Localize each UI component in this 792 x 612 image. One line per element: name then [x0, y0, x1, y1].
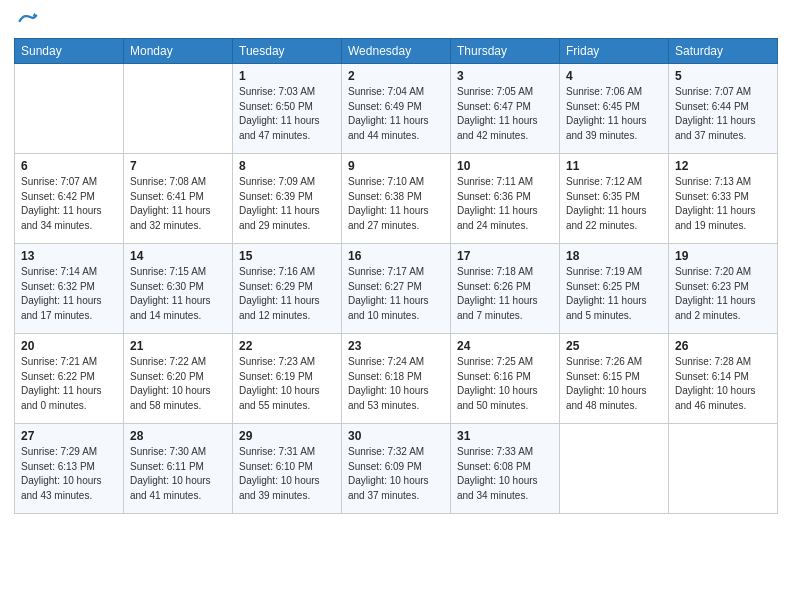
calendar-cell: 9Sunrise: 7:10 AMSunset: 6:38 PMDaylight… [342, 154, 451, 244]
calendar-week-row: 1Sunrise: 7:03 AMSunset: 6:50 PMDaylight… [15, 64, 778, 154]
day-number: 14 [130, 249, 226, 263]
day-info: Sunrise: 7:31 AMSunset: 6:10 PMDaylight:… [239, 445, 335, 503]
calendar-cell: 13Sunrise: 7:14 AMSunset: 6:32 PMDayligh… [15, 244, 124, 334]
calendar-cell: 26Sunrise: 7:28 AMSunset: 6:14 PMDayligh… [669, 334, 778, 424]
day-number: 28 [130, 429, 226, 443]
day-info: Sunrise: 7:25 AMSunset: 6:16 PMDaylight:… [457, 355, 553, 413]
day-info: Sunrise: 7:16 AMSunset: 6:29 PMDaylight:… [239, 265, 335, 323]
calendar-cell: 20Sunrise: 7:21 AMSunset: 6:22 PMDayligh… [15, 334, 124, 424]
day-info: Sunrise: 7:33 AMSunset: 6:08 PMDaylight:… [457, 445, 553, 503]
calendar-table: SundayMondayTuesdayWednesdayThursdayFrid… [14, 38, 778, 514]
calendar-cell [669, 424, 778, 514]
day-number: 27 [21, 429, 117, 443]
day-header-tuesday: Tuesday [233, 39, 342, 64]
calendar-cell: 1Sunrise: 7:03 AMSunset: 6:50 PMDaylight… [233, 64, 342, 154]
calendar-cell: 31Sunrise: 7:33 AMSunset: 6:08 PMDayligh… [451, 424, 560, 514]
day-number: 30 [348, 429, 444, 443]
day-number: 3 [457, 69, 553, 83]
day-info: Sunrise: 7:21 AMSunset: 6:22 PMDaylight:… [21, 355, 117, 413]
day-info: Sunrise: 7:28 AMSunset: 6:14 PMDaylight:… [675, 355, 771, 413]
day-number: 13 [21, 249, 117, 263]
day-info: Sunrise: 7:08 AMSunset: 6:41 PMDaylight:… [130, 175, 226, 233]
day-info: Sunrise: 7:20 AMSunset: 6:23 PMDaylight:… [675, 265, 771, 323]
day-number: 7 [130, 159, 226, 173]
calendar-cell: 11Sunrise: 7:12 AMSunset: 6:35 PMDayligh… [560, 154, 669, 244]
day-number: 29 [239, 429, 335, 443]
day-info: Sunrise: 7:13 AMSunset: 6:33 PMDaylight:… [675, 175, 771, 233]
calendar-cell: 15Sunrise: 7:16 AMSunset: 6:29 PMDayligh… [233, 244, 342, 334]
calendar-cell: 2Sunrise: 7:04 AMSunset: 6:49 PMDaylight… [342, 64, 451, 154]
day-number: 15 [239, 249, 335, 263]
calendar-cell: 18Sunrise: 7:19 AMSunset: 6:25 PMDayligh… [560, 244, 669, 334]
calendar-cell [124, 64, 233, 154]
calendar-cell: 8Sunrise: 7:09 AMSunset: 6:39 PMDaylight… [233, 154, 342, 244]
calendar-cell: 21Sunrise: 7:22 AMSunset: 6:20 PMDayligh… [124, 334, 233, 424]
calendar-cell: 16Sunrise: 7:17 AMSunset: 6:27 PMDayligh… [342, 244, 451, 334]
day-info: Sunrise: 7:17 AMSunset: 6:27 PMDaylight:… [348, 265, 444, 323]
day-number: 18 [566, 249, 662, 263]
day-number: 2 [348, 69, 444, 83]
day-number: 12 [675, 159, 771, 173]
day-number: 26 [675, 339, 771, 353]
day-info: Sunrise: 7:07 AMSunset: 6:44 PMDaylight:… [675, 85, 771, 143]
logo-text [14, 10, 38, 32]
calendar-cell: 23Sunrise: 7:24 AMSunset: 6:18 PMDayligh… [342, 334, 451, 424]
calendar-cell: 6Sunrise: 7:07 AMSunset: 6:42 PMDaylight… [15, 154, 124, 244]
day-info: Sunrise: 7:24 AMSunset: 6:18 PMDaylight:… [348, 355, 444, 413]
day-info: Sunrise: 7:12 AMSunset: 6:35 PMDaylight:… [566, 175, 662, 233]
day-info: Sunrise: 7:19 AMSunset: 6:25 PMDaylight:… [566, 265, 662, 323]
calendar-cell: 14Sunrise: 7:15 AMSunset: 6:30 PMDayligh… [124, 244, 233, 334]
day-number: 5 [675, 69, 771, 83]
day-header-thursday: Thursday [451, 39, 560, 64]
day-info: Sunrise: 7:03 AMSunset: 6:50 PMDaylight:… [239, 85, 335, 143]
day-info: Sunrise: 7:04 AMSunset: 6:49 PMDaylight:… [348, 85, 444, 143]
day-header-friday: Friday [560, 39, 669, 64]
day-info: Sunrise: 7:11 AMSunset: 6:36 PMDaylight:… [457, 175, 553, 233]
day-number: 4 [566, 69, 662, 83]
calendar-cell: 24Sunrise: 7:25 AMSunset: 6:16 PMDayligh… [451, 334, 560, 424]
day-info: Sunrise: 7:18 AMSunset: 6:26 PMDaylight:… [457, 265, 553, 323]
day-info: Sunrise: 7:32 AMSunset: 6:09 PMDaylight:… [348, 445, 444, 503]
day-number: 22 [239, 339, 335, 353]
day-info: Sunrise: 7:05 AMSunset: 6:47 PMDaylight:… [457, 85, 553, 143]
day-number: 11 [566, 159, 662, 173]
calendar-cell: 4Sunrise: 7:06 AMSunset: 6:45 PMDaylight… [560, 64, 669, 154]
calendar-cell: 30Sunrise: 7:32 AMSunset: 6:09 PMDayligh… [342, 424, 451, 514]
calendar-cell: 27Sunrise: 7:29 AMSunset: 6:13 PMDayligh… [15, 424, 124, 514]
day-number: 8 [239, 159, 335, 173]
day-info: Sunrise: 7:06 AMSunset: 6:45 PMDaylight:… [566, 85, 662, 143]
day-number: 24 [457, 339, 553, 353]
calendar-header-row: SundayMondayTuesdayWednesdayThursdayFrid… [15, 39, 778, 64]
day-header-sunday: Sunday [15, 39, 124, 64]
calendar-cell: 19Sunrise: 7:20 AMSunset: 6:23 PMDayligh… [669, 244, 778, 334]
calendar-cell: 28Sunrise: 7:30 AMSunset: 6:11 PMDayligh… [124, 424, 233, 514]
day-info: Sunrise: 7:15 AMSunset: 6:30 PMDaylight:… [130, 265, 226, 323]
calendar-cell: 7Sunrise: 7:08 AMSunset: 6:41 PMDaylight… [124, 154, 233, 244]
day-info: Sunrise: 7:22 AMSunset: 6:20 PMDaylight:… [130, 355, 226, 413]
calendar-cell: 22Sunrise: 7:23 AMSunset: 6:19 PMDayligh… [233, 334, 342, 424]
calendar-week-row: 20Sunrise: 7:21 AMSunset: 6:22 PMDayligh… [15, 334, 778, 424]
day-info: Sunrise: 7:23 AMSunset: 6:19 PMDaylight:… [239, 355, 335, 413]
day-info: Sunrise: 7:10 AMSunset: 6:38 PMDaylight:… [348, 175, 444, 233]
logo-icon [16, 10, 38, 32]
day-number: 31 [457, 429, 553, 443]
day-number: 25 [566, 339, 662, 353]
day-number: 19 [675, 249, 771, 263]
calendar-cell: 29Sunrise: 7:31 AMSunset: 6:10 PMDayligh… [233, 424, 342, 514]
day-number: 1 [239, 69, 335, 83]
day-number: 20 [21, 339, 117, 353]
day-number: 16 [348, 249, 444, 263]
day-number: 9 [348, 159, 444, 173]
day-number: 6 [21, 159, 117, 173]
calendar-cell [15, 64, 124, 154]
calendar-week-row: 27Sunrise: 7:29 AMSunset: 6:13 PMDayligh… [15, 424, 778, 514]
calendar-cell: 17Sunrise: 7:18 AMSunset: 6:26 PMDayligh… [451, 244, 560, 334]
calendar-cell: 3Sunrise: 7:05 AMSunset: 6:47 PMDaylight… [451, 64, 560, 154]
day-number: 23 [348, 339, 444, 353]
day-info: Sunrise: 7:30 AMSunset: 6:11 PMDaylight:… [130, 445, 226, 503]
calendar-week-row: 13Sunrise: 7:14 AMSunset: 6:32 PMDayligh… [15, 244, 778, 334]
day-number: 10 [457, 159, 553, 173]
calendar-week-row: 6Sunrise: 7:07 AMSunset: 6:42 PMDaylight… [15, 154, 778, 244]
day-number: 17 [457, 249, 553, 263]
day-header-wednesday: Wednesday [342, 39, 451, 64]
